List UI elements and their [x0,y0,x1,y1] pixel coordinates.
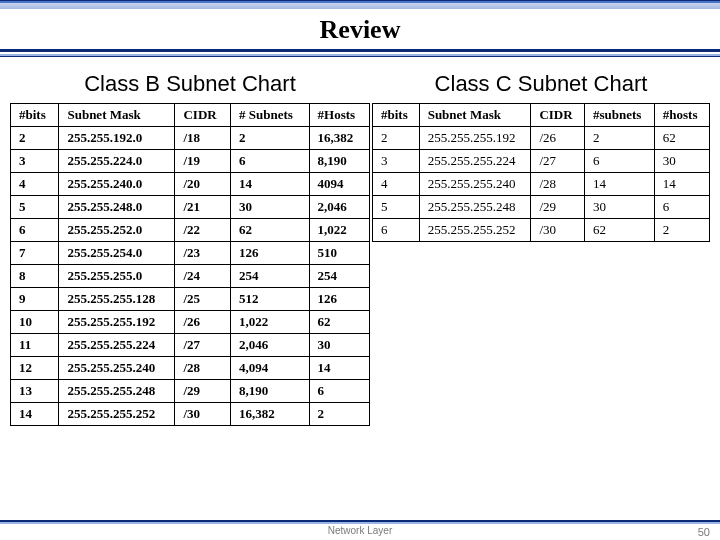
table-cell: 14 [309,357,369,380]
table-row: 3255.255.224.0/1968,190 [11,150,370,173]
table-cell: 2,046 [231,334,309,357]
table-row: 7255.255.254.0/23126510 [11,242,370,265]
table-cell: 30 [585,196,655,219]
table-cell: /26 [175,311,231,334]
footer-label: Network Layer [0,524,720,538]
table-cell: /25 [175,288,231,311]
page-title: Review [0,9,720,49]
table-cell: 4 [11,173,59,196]
table-cell: 62 [309,311,369,334]
table-cell: 5 [11,196,59,219]
table-cell: 7 [11,242,59,265]
table-cell: /24 [175,265,231,288]
table-cell: 255.255.255.252 [419,219,531,242]
table-cell: 255.255.255.192 [59,311,175,334]
table-cell: 2 [373,127,420,150]
right-column: Class C Subnet Chart #bitsSubnet MaskCID… [372,67,710,426]
table-cell: 30 [309,334,369,357]
table-cell: 255.255.255.248 [59,380,175,403]
table-cell: 14 [654,173,709,196]
col-header: #bits [11,104,59,127]
table-cell: 2 [309,403,369,426]
title-band: Review [0,0,720,57]
table-cell: /29 [175,380,231,403]
table-cell: 255.255.255.224 [419,150,531,173]
table-cell: 16,382 [309,127,369,150]
table-cell: 4 [373,173,420,196]
table-cell: 62 [585,219,655,242]
table-cell: 6 [231,150,309,173]
table-row: 12255.255.255.240/284,09414 [11,357,370,380]
table-row: 8255.255.255.0/24254254 [11,265,370,288]
table-cell: /27 [531,150,585,173]
table-cell: 255.255.255.224 [59,334,175,357]
table-cell: 30 [654,150,709,173]
table-cell: 12 [11,357,59,380]
table-cell: 255.255.240.0 [59,173,175,196]
table-row: 5255.255.248.0/21302,046 [11,196,370,219]
table-cell: 11 [11,334,59,357]
table-cell: /27 [175,334,231,357]
col-header: #bits [373,104,420,127]
table-row: 2255.255.192.0/18216,382 [11,127,370,150]
table-cell: /23 [175,242,231,265]
table-cell: 2 [654,219,709,242]
table-cell: 255.255.255.192 [419,127,531,150]
table-row: 14255.255.255.252/3016,3822 [11,403,370,426]
table-cell: 3 [11,150,59,173]
col-header: CIDR [175,104,231,127]
table-cell: /21 [175,196,231,219]
table-row: 3255.255.255.224/27630 [373,150,710,173]
class-c-heading: Class C Subnet Chart [435,71,648,97]
table-cell: /28 [531,173,585,196]
table-cell: 14 [585,173,655,196]
table-cell: 14 [11,403,59,426]
table-cell: 6 [373,219,420,242]
table-cell: 126 [231,242,309,265]
table-cell: /29 [531,196,585,219]
table-cell: 6 [654,196,709,219]
table-row: 4255.255.240.0/20144094 [11,173,370,196]
table-cell: 255.255.255.248 [419,196,531,219]
table-cell: 16,382 [231,403,309,426]
table-cell: 1,022 [309,219,369,242]
table-cell: 5 [373,196,420,219]
table-row: 11255.255.255.224/272,04630 [11,334,370,357]
table-cell: 2 [11,127,59,150]
col-header: #Hosts [309,104,369,127]
table-cell: 255.255.255.0 [59,265,175,288]
table-row: 13255.255.255.248/298,1906 [11,380,370,403]
class-c-table: #bitsSubnet MaskCIDR#subnets#hosts2255.2… [372,103,710,242]
table-cell: 255.255.254.0 [59,242,175,265]
table-row: 10255.255.255.192/261,02262 [11,311,370,334]
class-b-table: #bitsSubnet MaskCIDR# Subnets#Hosts2255.… [10,103,370,426]
table-row: 2255.255.255.192/26262 [373,127,710,150]
col-header: #subnets [585,104,655,127]
table-cell: 2 [585,127,655,150]
table-cell: 255.255.255.240 [419,173,531,196]
table-row: 9255.255.255.128/25512126 [11,288,370,311]
table-cell: 512 [231,288,309,311]
table-row: 6255.255.252.0/22621,022 [11,219,370,242]
table-cell: 255.255.192.0 [59,127,175,150]
table-cell: /26 [531,127,585,150]
table-cell: 255.255.255.128 [59,288,175,311]
table-cell: 30 [231,196,309,219]
table-cell: /22 [175,219,231,242]
table-cell: 4094 [309,173,369,196]
table-cell: 3 [373,150,420,173]
table-cell: 8,190 [231,380,309,403]
table-cell: 510 [309,242,369,265]
table-cell: 2,046 [309,196,369,219]
col-header: # Subnets [231,104,309,127]
table-cell: 6 [585,150,655,173]
table-cell: 62 [231,219,309,242]
table-cell: 255.255.255.252 [59,403,175,426]
table-cell: /28 [175,357,231,380]
table-cell: /20 [175,173,231,196]
table-cell: 254 [231,265,309,288]
table-cell: 62 [654,127,709,150]
col-header: Subnet Mask [419,104,531,127]
table-cell: /19 [175,150,231,173]
table-cell: /30 [175,403,231,426]
